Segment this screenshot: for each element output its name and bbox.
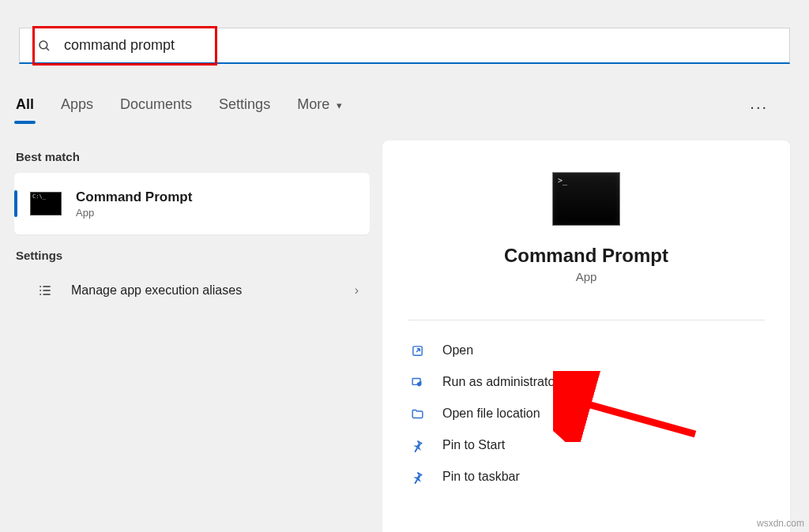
filter-tabs: All Apps Documents Settings More ▾ ··· <box>14 88 790 125</box>
shield-admin-icon <box>409 376 425 389</box>
pin-icon <box>409 470 425 484</box>
selection-accent <box>14 190 17 217</box>
action-open-location-label: Open file location <box>442 406 540 421</box>
aliases-icon <box>30 283 60 298</box>
action-pin-taskbar[interactable]: Pin to taskbar <box>408 461 765 493</box>
action-pin-start[interactable]: Pin to Start <box>408 429 765 461</box>
command-prompt-icon <box>30 192 62 215</box>
tab-more-label: More <box>297 96 329 112</box>
result-title: Command Prompt <box>76 189 192 205</box>
action-pin-start-label: Pin to Start <box>442 438 505 452</box>
more-options-button[interactable]: ··· <box>750 98 768 116</box>
results-column: Best match Command Prompt App Settings M… <box>14 144 370 309</box>
open-icon <box>409 344 425 358</box>
action-run-admin-label: Run as administrator <box>442 375 559 389</box>
action-open[interactable]: Open <box>408 335 765 366</box>
divider <box>408 320 765 320</box>
search-icon <box>37 39 51 53</box>
folder-icon <box>409 407 425 421</box>
best-match-result[interactable]: Command Prompt App <box>14 173 370 234</box>
tab-apps[interactable]: Apps <box>59 92 95 122</box>
chevron-right-icon: › <box>355 283 359 298</box>
chevron-down-icon: ▾ <box>337 99 342 111</box>
result-text: Command Prompt App <box>76 189 192 219</box>
best-match-label: Best match <box>16 150 370 163</box>
watermark: wsxdn.com <box>757 518 804 529</box>
tab-settings[interactable]: Settings <box>217 92 272 122</box>
action-pin-taskbar-label: Pin to taskbar <box>442 470 520 484</box>
svg-point-0 <box>40 41 47 49</box>
preview-subtitle: App <box>408 270 765 283</box>
result-subtitle: App <box>76 207 192 219</box>
tab-documents[interactable]: Documents <box>119 92 194 122</box>
preview-pane: Command Prompt App Open Run as administr… <box>382 140 790 532</box>
tab-more[interactable]: More ▾ <box>295 92 344 122</box>
settings-item-label: Manage app execution aliases <box>71 283 242 298</box>
action-open-label: Open <box>442 343 473 358</box>
preview-title: Command Prompt <box>408 245 765 267</box>
search-bar[interactable] <box>19 28 790 64</box>
search-input[interactable] <box>62 36 772 54</box>
action-run-admin[interactable]: Run as administrator <box>408 366 765 398</box>
settings-section-label: Settings <box>16 249 370 262</box>
tab-all[interactable]: All <box>14 92 36 122</box>
pin-icon <box>409 439 425 452</box>
settings-item-aliases[interactable]: Manage app execution aliases › <box>14 272 370 309</box>
command-prompt-icon-large <box>552 172 620 226</box>
svg-line-1 <box>47 47 49 50</box>
action-open-location[interactable]: Open file location <box>408 398 765 429</box>
